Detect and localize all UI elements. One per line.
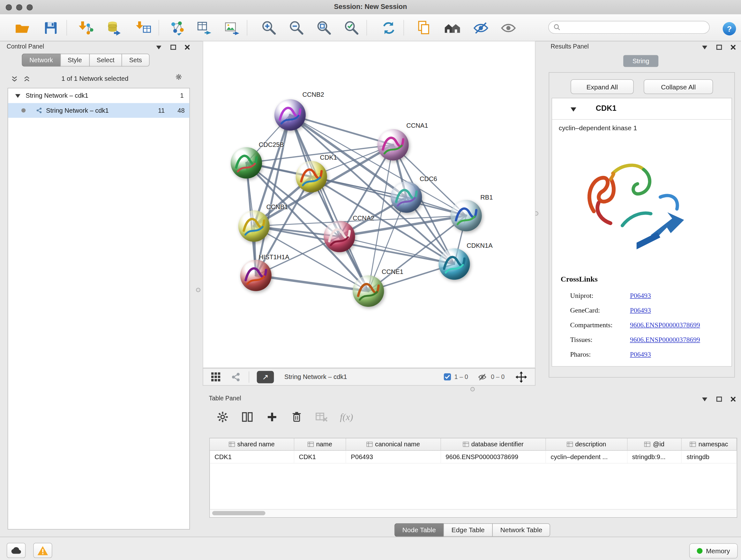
tab-edge-table[interactable]: Edge Table — [444, 523, 493, 537]
collapse-entry-icon[interactable] — [570, 106, 576, 112]
show-all-button[interactable] — [499, 19, 518, 37]
tab-string[interactable]: String — [623, 55, 658, 67]
crosslink-link[interactable]: 9606.ENSP00000378699 — [630, 336, 700, 344]
zoom-selected-button[interactable] — [343, 19, 361, 37]
node-CCNB2[interactable] — [274, 99, 306, 131]
crosslink-link[interactable]: P06493 — [630, 292, 651, 300]
expand-all-button[interactable]: Expand All — [570, 79, 634, 94]
protein-entry-header[interactable]: CDK1 — [552, 98, 731, 120]
table-body-row[interactable]: CDK1CDK1P064939606.ENSP00000378699cyclin… — [210, 451, 737, 463]
birdseye-view-button[interactable]: ↗ — [257, 371, 274, 383]
function-builder-button[interactable]: f(x) — [335, 409, 358, 425]
network-collection-row[interactable]: String Network – cdk1 1 — [8, 88, 189, 103]
hidden-eye-slash-icon[interactable] — [477, 374, 488, 380]
delete-column-button[interactable] — [288, 409, 305, 425]
show-columns-button[interactable] — [239, 409, 256, 425]
refresh-button[interactable] — [380, 19, 398, 37]
panel-float-icon[interactable] — [716, 44, 722, 50]
column-header-canonical-name[interactable]: canonical name — [346, 438, 441, 450]
table-cell[interactable]: stringdb — [682, 451, 737, 463]
tab-select[interactable]: Select — [89, 54, 122, 66]
export-image-button[interactable] — [223, 19, 241, 37]
panel-menu-icon[interactable] — [156, 44, 162, 50]
column-header-name[interactable]: name — [294, 438, 346, 450]
panel-menu-icon[interactable] — [702, 396, 708, 402]
column-header-shared-name[interactable]: shared name — [210, 438, 294, 450]
panel-close-icon[interactable] — [730, 44, 736, 50]
gear-icon[interactable] — [176, 74, 182, 80]
search-input[interactable] — [563, 23, 710, 31]
network-row[interactable]: String Network – cdk1 11 48 — [8, 103, 189, 118]
panel-menu-icon[interactable] — [702, 44, 708, 50]
import-network-from-file-button[interactable] — [77, 19, 95, 37]
hide-selected-button[interactable] — [472, 19, 490, 37]
table-settings-button[interactable] — [214, 409, 231, 425]
protein-description: cyclin–dependent kinase 1 — [559, 124, 637, 132]
tab-network[interactable]: Network — [22, 54, 60, 66]
tree-expander-icon[interactable] — [15, 92, 21, 99]
memory-button[interactable]: Memory — [689, 543, 738, 559]
tab-node-table[interactable]: Node Table — [394, 523, 444, 537]
selected-checkbox-icon[interactable] — [444, 373, 451, 380]
table-cell[interactable]: stringdb:9... — [627, 451, 682, 463]
column-header-namespac[interactable]: namespac — [682, 438, 737, 450]
search-field[interactable] — [548, 21, 710, 34]
table-cell[interactable]: 9606.ENSP00000378699 — [441, 451, 546, 463]
new-network-from-table-button[interactable] — [196, 19, 214, 37]
crosslink-link[interactable]: P06493 — [630, 306, 651, 314]
string-home-button[interactable] — [443, 19, 461, 37]
save-session-button[interactable] — [42, 19, 60, 37]
column-header-description[interactable]: description — [546, 438, 627, 450]
zoom-in-button[interactable] — [260, 19, 278, 37]
column-header--id[interactable]: @id — [627, 438, 682, 450]
table-cell[interactable]: CDK1 — [294, 451, 346, 463]
table-horizontal-scrollbar[interactable] — [210, 509, 737, 517]
copy-button[interactable] — [415, 19, 433, 37]
tab-sets[interactable]: Sets — [122, 54, 150, 66]
delete-table-button[interactable] — [313, 409, 330, 425]
table-cell[interactable]: cyclin–dependent ... — [546, 451, 627, 463]
new-network-button[interactable] — [168, 19, 186, 37]
table-cell[interactable]: CDK1 — [210, 451, 294, 463]
vertical-splitter-grip[interactable] — [196, 288, 200, 292]
node-CDKN1A[interactable] — [439, 248, 470, 280]
help-button[interactable]: ? — [720, 19, 738, 38]
node-CCNA2[interactable] — [324, 221, 355, 252]
panel-float-icon[interactable] — [170, 44, 176, 50]
node-CDK1[interactable] — [296, 161, 327, 192]
import-network-from-database-button[interactable] — [105, 19, 124, 37]
node-HIST1H1A[interactable] — [240, 260, 272, 291]
crosslink-link[interactable]: 9606.ENSP00000378699 — [630, 321, 700, 329]
zoom-fit-button[interactable] — [315, 19, 333, 37]
tab-style[interactable]: Style — [60, 54, 89, 66]
table-panel-title: Table Panel — [209, 395, 241, 401]
network-view-share-icon[interactable] — [231, 374, 241, 380]
zoom-out-button[interactable] — [287, 19, 306, 37]
node-CCNE1[interactable] — [353, 275, 384, 307]
add-column-button[interactable] — [264, 409, 280, 425]
table-cell[interactable]: P06493 — [346, 451, 441, 463]
import-table-from-file-button[interactable] — [135, 19, 153, 37]
open-session-button[interactable] — [13, 19, 31, 37]
collapse-all-icon[interactable] — [11, 76, 17, 82]
column-header-database-identifier[interactable]: database identifier — [441, 438, 546, 450]
tab-network-table[interactable]: Network Table — [492, 523, 550, 537]
cloud-button[interactable] — [7, 543, 26, 558]
panel-close-icon[interactable] — [184, 44, 190, 50]
expand-all-icon[interactable] — [23, 76, 30, 82]
network-canvas[interactable]: CCNB2CCNA1CDC25BCDK1CDC6RB1CCNB1CCNA2CDK… — [203, 41, 536, 368]
collapse-all-button[interactable]: Collapse All — [644, 79, 713, 94]
node-CCNA1[interactable] — [378, 129, 409, 161]
warnings-button[interactable] — [33, 543, 52, 558]
node-CDC6[interactable] — [391, 181, 422, 212]
node-RB1[interactable] — [451, 200, 482, 231]
grid-view-icon[interactable] — [211, 374, 221, 380]
node-CDC25B[interactable] — [231, 147, 262, 179]
scrollbar-thumb[interactable] — [212, 511, 266, 515]
panel-float-icon[interactable] — [716, 396, 722, 402]
horizontal-splitter-grip[interactable] — [470, 387, 475, 391]
node-CCNB1[interactable] — [239, 210, 270, 242]
crosslink-link[interactable]: P06493 — [630, 351, 651, 359]
move-crosshair-icon[interactable] — [515, 374, 528, 380]
panel-close-icon[interactable] — [730, 396, 736, 402]
